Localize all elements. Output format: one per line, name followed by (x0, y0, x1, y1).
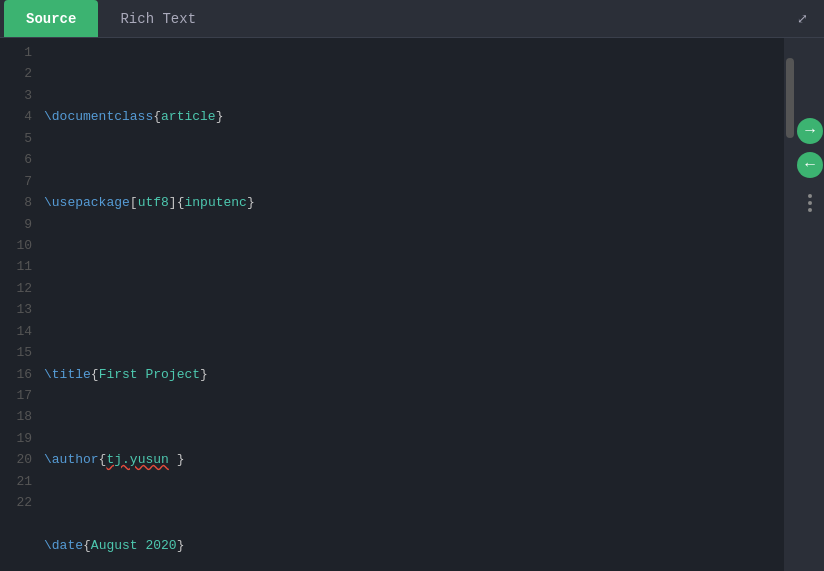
main-content: 1 2 3 4 5 6 7 8 9 10 11 12 13 ✕ 14 (0, 38, 824, 571)
dot-3 (808, 208, 812, 212)
line-numbers: 1 2 3 4 5 6 7 8 9 10 11 12 13 ✕ 14 (0, 38, 40, 571)
editor-header: Source Rich Text ⤢ (0, 0, 824, 38)
ln-22: 22 (4, 492, 32, 513)
ln-12: 12 (4, 278, 32, 299)
back-nav-button[interactable]: ← (797, 152, 823, 178)
code-scroll[interactable]: 1 2 3 4 5 6 7 8 9 10 11 12 13 ✕ 14 (0, 38, 784, 571)
code-content[interactable]: \documentclass{article} \usepackage[utf8… (40, 38, 784, 571)
ln-19: 19 (4, 428, 32, 449)
ln-2: 2 (4, 63, 32, 84)
ln-5: 5 (4, 128, 32, 149)
ln-21: 21 (4, 471, 32, 492)
editor-area: 1 2 3 4 5 6 7 8 9 10 11 12 13 ✕ 14 (0, 38, 784, 571)
ln-17: 17 (4, 385, 32, 406)
ln-1: 1 (4, 42, 32, 63)
ln-18: 18 (4, 406, 32, 427)
code-line-4: \title{First Project} (44, 364, 776, 385)
ln-6: 6 (4, 149, 32, 170)
ln-20: 20 (4, 449, 32, 470)
dot-1 (808, 194, 812, 198)
code-line-3 (44, 278, 776, 299)
code-line-1: \documentclass{article} (44, 106, 776, 127)
scrollbar-track[interactable] (784, 38, 796, 571)
scrollbar-thumb[interactable] (786, 58, 794, 138)
right-panel: → ← (796, 38, 824, 571)
ln-11: 11 (4, 256, 32, 277)
ln-4: 4 (4, 106, 32, 127)
forward-nav-button[interactable]: → (797, 118, 823, 144)
ln-16: 16 (4, 364, 32, 385)
ln-14: ✕ 14 (4, 321, 32, 342)
tab-richtext[interactable]: Rich Text (98, 0, 218, 37)
ln-7: 7 (4, 171, 32, 192)
ln-9: 9 (4, 214, 32, 235)
code-line-2: \usepackage[utf8]{inputenc} (44, 192, 776, 213)
code-line-5: \author{tj.yusun } (44, 449, 776, 470)
code-line-6: \date{August 2020} (44, 535, 776, 556)
tab-source[interactable]: Source (4, 0, 98, 37)
ln-3: 3 (4, 85, 32, 106)
ln-8: 8 (4, 192, 32, 213)
ln-15: 15 (4, 342, 32, 363)
app-container: Source Rich Text ⤢ 1 2 3 4 5 6 7 8 9 10 (0, 0, 824, 571)
ln-10: 10 (4, 235, 32, 256)
dot-2 (808, 201, 812, 205)
dots-menu[interactable] (808, 194, 812, 212)
ln-13: 13 (4, 299, 32, 320)
fullscreen-button[interactable]: ⤢ (788, 5, 816, 33)
